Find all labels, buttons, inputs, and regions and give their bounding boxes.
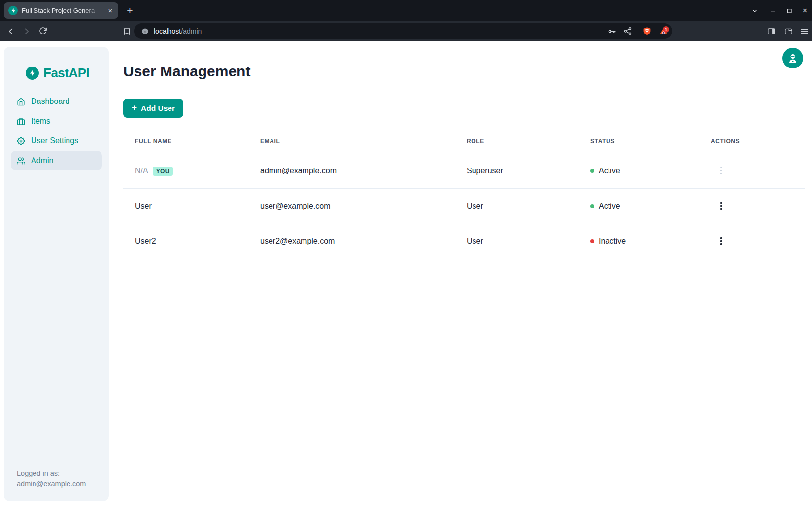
fastapi-logo-icon bbox=[26, 67, 39, 80]
browser-toolbar: localhost/admin 1 bbox=[0, 21, 812, 41]
cell-role: User bbox=[467, 202, 590, 211]
cell-email: admin@example.com bbox=[260, 167, 467, 175]
window-maximize-button[interactable] bbox=[784, 5, 794, 16]
briefcase-icon bbox=[17, 117, 25, 126]
window-close-button[interactable]: × bbox=[800, 5, 810, 16]
forward-icon[interactable] bbox=[19, 24, 33, 38]
back-icon[interactable] bbox=[4, 24, 18, 38]
cell-status: Active bbox=[590, 167, 711, 175]
window-minimize-button[interactable] bbox=[768, 5, 778, 16]
sidebar-item-dashboard[interactable]: Dashboard bbox=[4, 92, 109, 111]
add-user-button[interactable]: + Add User bbox=[123, 99, 183, 118]
logged-in-email: admin@example.com bbox=[17, 479, 86, 489]
users-table: FULL NAME EMAIL ROLE STATUS ACTIONS N/AY… bbox=[123, 130, 805, 259]
url-host: localhost bbox=[154, 27, 181, 35]
share-icon[interactable] bbox=[623, 27, 633, 36]
cell-status: Active bbox=[590, 202, 711, 211]
row-actions-menu-icon[interactable] bbox=[711, 202, 731, 211]
url-text: localhost/admin bbox=[154, 27, 202, 35]
status-dot bbox=[590, 204, 594, 208]
you-badge: YOU bbox=[153, 167, 173, 176]
row-actions-menu-icon[interactable] bbox=[711, 167, 731, 175]
sidebar-item-label: Items bbox=[31, 117, 50, 126]
new-tab-button[interactable]: + bbox=[123, 4, 136, 17]
cell-role: Superuser bbox=[467, 167, 590, 175]
gear-icon bbox=[17, 137, 25, 145]
sidebar-item-label: Dashboard bbox=[31, 97, 69, 106]
cell-full-name: N/AYOU bbox=[135, 167, 260, 175]
users-icon bbox=[17, 157, 25, 165]
wallet-icon[interactable] bbox=[781, 24, 795, 38]
address-bar[interactable]: localhost/admin 1 bbox=[134, 23, 672, 39]
logged-in-footer: Logged in as: admin@example.com bbox=[17, 469, 86, 489]
col-status: STATUS bbox=[590, 138, 711, 145]
add-user-label: Add User bbox=[141, 104, 175, 113]
browser-tab-bar: Full Stack Project Genera × + × bbox=[0, 0, 812, 21]
sidebar-item-label: User Settings bbox=[31, 136, 78, 145]
reload-icon[interactable] bbox=[36, 24, 50, 38]
cell-role: User bbox=[467, 237, 590, 246]
site-info-icon[interactable] bbox=[141, 27, 149, 35]
status-dot bbox=[590, 239, 594, 243]
plus-icon: + bbox=[132, 102, 137, 113]
sidebar-toggle-icon[interactable] bbox=[764, 24, 778, 38]
sidebar-item-admin[interactable]: Admin bbox=[11, 151, 102, 170]
sidebar-item-user-settings[interactable]: User Settings bbox=[4, 131, 109, 151]
url-path: /admin bbox=[181, 27, 202, 35]
tab-title: Full Stack Project Genera bbox=[22, 7, 105, 14]
user-avatar-icon bbox=[787, 53, 798, 64]
row-actions-menu-icon[interactable] bbox=[711, 237, 731, 246]
col-full-name: FULL NAME bbox=[135, 138, 260, 145]
rewards-notification-badge: 1 bbox=[663, 26, 669, 33]
cell-email: user@example.com bbox=[260, 202, 467, 211]
toolbar-divider bbox=[639, 27, 639, 35]
col-email: EMAIL bbox=[260, 138, 467, 145]
user-avatar-button[interactable] bbox=[782, 48, 803, 68]
key-icon[interactable] bbox=[607, 27, 616, 36]
table-row: User2 user2@example.com User Inactive bbox=[123, 224, 805, 259]
col-actions: ACTIONS bbox=[711, 138, 805, 145]
cell-status: Inactive bbox=[590, 237, 711, 246]
sidebar-item-label: Admin bbox=[31, 156, 53, 165]
col-role: ROLE bbox=[467, 138, 590, 145]
sidebar-item-items[interactable]: Items bbox=[4, 111, 109, 131]
sidebar: FastAPI Dashboard Items User Settings bbox=[4, 47, 109, 501]
home-icon bbox=[17, 98, 25, 106]
bookmark-icon[interactable] bbox=[120, 24, 134, 38]
status-label: Active bbox=[599, 167, 620, 175]
fastapi-logo-text: FastAPI bbox=[43, 66, 89, 81]
table-row: User user@example.com User Active bbox=[123, 188, 805, 224]
sidebar-nav: Dashboard Items User Settings Admin bbox=[4, 92, 109, 170]
browser-tab[interactable]: Full Stack Project Genera × bbox=[4, 2, 118, 19]
tab-close-icon[interactable]: × bbox=[105, 6, 115, 16]
fastapi-logo: FastAPI bbox=[26, 66, 109, 81]
logged-in-label: Logged in as: bbox=[17, 469, 86, 479]
table-row: N/AYOU admin@example.com Superuser Activ… bbox=[123, 153, 805, 188]
page-title: User Management bbox=[123, 63, 250, 80]
cell-email: user2@example.com bbox=[260, 237, 467, 246]
cell-full-name: User2 bbox=[135, 237, 260, 246]
status-label: Active bbox=[599, 202, 620, 211]
table-header-row: FULL NAME EMAIL ROLE STATUS ACTIONS bbox=[123, 130, 805, 153]
brave-rewards-icon[interactable]: 1 bbox=[659, 27, 668, 36]
full-name-value: N/A bbox=[135, 167, 148, 175]
menu-hamburger-icon[interactable] bbox=[797, 24, 811, 38]
fastapi-favicon-icon bbox=[8, 6, 18, 15]
status-label: Inactive bbox=[599, 237, 626, 246]
brave-shield-icon[interactable] bbox=[643, 27, 652, 36]
cell-full-name: User bbox=[135, 202, 260, 211]
status-dot bbox=[590, 169, 594, 173]
app-content: FastAPI Dashboard Items User Settings bbox=[0, 41, 812, 505]
tab-search-chevron-icon[interactable] bbox=[749, 5, 760, 16]
